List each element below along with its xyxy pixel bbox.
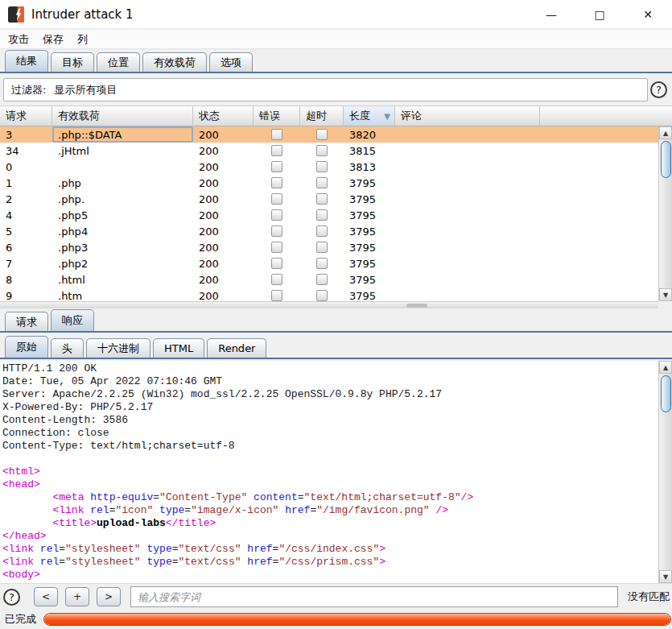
error-checkbox[interactable] bbox=[271, 258, 282, 269]
search-input[interactable] bbox=[130, 586, 618, 607]
filter-help-icon[interactable]: ? bbox=[650, 81, 667, 98]
scroll-up-icon[interactable]: ▲ bbox=[659, 361, 672, 374]
cell-status[interactable]: 200 bbox=[193, 159, 254, 175]
cell-length[interactable]: 3795 bbox=[344, 191, 395, 207]
cell-request[interactable]: 4 bbox=[0, 207, 52, 223]
cell-status[interactable]: 200 bbox=[193, 143, 254, 159]
cell-status[interactable]: 200 bbox=[193, 207, 254, 223]
scroll-down-icon[interactable]: ▼ bbox=[659, 570, 672, 583]
search-add-button[interactable]: + bbox=[65, 587, 89, 606]
cell-comment[interactable] bbox=[395, 175, 540, 191]
cell-payload[interactable]: .htm bbox=[52, 288, 193, 301]
table-row[interactable]: 8.html2003795 bbox=[0, 271, 658, 288]
cell-payload[interactable]: .php bbox=[52, 175, 193, 191]
table-row[interactable]: 3.php::$DATA2003820 bbox=[0, 126, 658, 143]
cell-length[interactable]: 3795 bbox=[344, 175, 395, 191]
table-horizontal-scrollbar[interactable] bbox=[0, 301, 658, 308]
table-row[interactable]: 5.php42003795 bbox=[0, 223, 658, 239]
cell-comment[interactable] bbox=[395, 143, 540, 159]
tab-positions[interactable]: 位置 bbox=[97, 52, 140, 72]
search-help-icon[interactable]: ? bbox=[3, 589, 20, 606]
cell-length[interactable]: 3795 bbox=[344, 271, 395, 288]
cell-payload[interactable]: .php2 bbox=[52, 255, 193, 271]
error-checkbox[interactable] bbox=[271, 209, 282, 221]
search-previous-button[interactable]: < bbox=[34, 587, 58, 606]
cell-comment[interactable] bbox=[395, 288, 540, 301]
cell-payload[interactable]: .jHtml bbox=[52, 143, 193, 159]
cell-request[interactable]: 3 bbox=[0, 126, 52, 143]
tab-raw[interactable]: 原始 bbox=[5, 336, 48, 358]
table-row[interactable]: 6.php32003795 bbox=[0, 239, 658, 255]
cell-payload[interactable]: .php5 bbox=[52, 207, 193, 223]
cell-status[interactable]: 200 bbox=[193, 223, 254, 239]
timeout-checkbox[interactable] bbox=[316, 274, 328, 285]
cell-length[interactable]: 3795 bbox=[344, 207, 395, 223]
error-checkbox[interactable] bbox=[271, 161, 282, 172]
column-header-comment[interactable]: 评论 bbox=[395, 106, 540, 126]
menu-item-attack[interactable]: 攻击 bbox=[8, 32, 29, 47]
cell-status[interactable]: 200 bbox=[193, 271, 254, 288]
scroll-up-icon[interactable]: ▲ bbox=[659, 126, 672, 139]
cell-payload[interactable] bbox=[52, 159, 193, 175]
search-next-button[interactable]: > bbox=[97, 587, 121, 606]
tab-options[interactable]: 选项 bbox=[209, 52, 253, 72]
cell-length[interactable]: 3795 bbox=[344, 255, 395, 271]
timeout-checkbox[interactable] bbox=[316, 242, 328, 253]
error-checkbox[interactable] bbox=[271, 290, 282, 301]
error-checkbox[interactable] bbox=[271, 193, 282, 205]
cell-request[interactable]: 9 bbox=[0, 288, 52, 301]
cell-length[interactable]: 3795 bbox=[344, 288, 395, 301]
cell-length[interactable]: 3795 bbox=[344, 239, 395, 255]
error-checkbox[interactable] bbox=[271, 274, 282, 285]
cell-comment[interactable] bbox=[395, 271, 540, 288]
column-header-request[interactable]: 请求 bbox=[0, 106, 52, 126]
tab-headers[interactable]: 头 bbox=[51, 338, 84, 358]
table-scrollbar-thumb[interactable] bbox=[661, 141, 671, 178]
filter-bar[interactable]: 过滤器: 显示所有项目 bbox=[3, 78, 648, 101]
menu-item-columns[interactable]: 列 bbox=[77, 32, 88, 47]
cell-request[interactable]: 8 bbox=[0, 271, 52, 288]
cell-request[interactable]: 7 bbox=[0, 255, 52, 271]
cell-request[interactable]: 5 bbox=[0, 223, 52, 239]
table-row[interactable]: 02003813 bbox=[0, 159, 658, 175]
error-checkbox[interactable] bbox=[271, 145, 282, 156]
timeout-checkbox[interactable] bbox=[316, 193, 328, 205]
cell-payload[interactable]: .php3 bbox=[52, 239, 193, 255]
column-header-timeout[interactable]: 超时 bbox=[300, 106, 344, 126]
error-checkbox[interactable] bbox=[271, 129, 282, 140]
maximize-button[interactable]: □ bbox=[575, 0, 624, 29]
tab-response[interactable]: 响应 bbox=[51, 309, 94, 331]
horizontal-scrollbar-thumb[interactable] bbox=[406, 304, 427, 308]
cell-comment[interactable] bbox=[395, 191, 540, 207]
cell-request[interactable]: 0 bbox=[0, 159, 52, 175]
cell-comment[interactable] bbox=[395, 255, 540, 271]
cell-length[interactable]: 3820 bbox=[344, 126, 395, 143]
timeout-checkbox[interactable] bbox=[316, 209, 328, 221]
menu-item-save[interactable]: 保存 bbox=[43, 32, 64, 47]
timeout-checkbox[interactable] bbox=[316, 161, 328, 172]
tab-request[interactable]: 请求 bbox=[5, 312, 48, 331]
column-header-length[interactable]: 长度▼ bbox=[344, 106, 395, 126]
cell-payload[interactable]: .php::$DATA bbox=[52, 126, 193, 143]
table-row[interactable]: 9.htm2003795 bbox=[0, 288, 658, 301]
column-header-payload[interactable]: 有效载荷 bbox=[52, 106, 193, 126]
table-row[interactable]: 4.php52003795 bbox=[0, 207, 658, 223]
table-row[interactable]: 2.php.2003795 bbox=[0, 191, 658, 207]
cell-status[interactable]: 200 bbox=[193, 175, 254, 191]
close-button[interactable]: ✕ bbox=[624, 0, 672, 29]
cell-comment[interactable] bbox=[395, 239, 540, 255]
error-checkbox[interactable] bbox=[271, 226, 282, 237]
table-vertical-scrollbar[interactable]: ▲ ▼ bbox=[658, 126, 672, 301]
scroll-down-icon[interactable]: ▼ bbox=[659, 288, 672, 301]
cell-status[interactable]: 200 bbox=[193, 239, 254, 255]
timeout-checkbox[interactable] bbox=[316, 290, 328, 301]
cell-request[interactable]: 34 bbox=[0, 143, 52, 159]
cell-length[interactable]: 3795 bbox=[344, 223, 395, 239]
tab-target[interactable]: 目标 bbox=[51, 52, 94, 72]
response-body[interactable]: HTTP/1.1 200 OKDate: Tue, 05 Apr 2022 07… bbox=[0, 361, 658, 583]
column-header-status[interactable]: 状态 bbox=[193, 106, 254, 126]
cell-comment[interactable] bbox=[395, 223, 540, 239]
tab-hex[interactable]: 十六进制 bbox=[86, 338, 150, 358]
table-row[interactable]: 1.php2003795 bbox=[0, 175, 658, 191]
cell-payload[interactable]: .php4 bbox=[52, 223, 193, 239]
